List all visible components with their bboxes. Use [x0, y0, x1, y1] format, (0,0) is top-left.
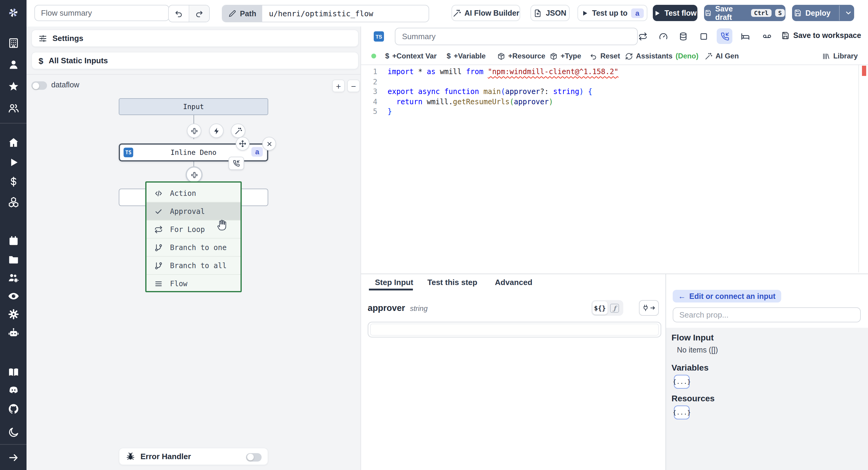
runs-play-icon[interactable] [7, 157, 19, 168]
ai-flow-builder-button[interactable]: AI Flow Builder [452, 5, 520, 21]
trigger-bolt-button[interactable] [209, 124, 224, 138]
user-icon[interactable] [7, 59, 19, 70]
code-editor[interactable]: 1import * as wmill from "npm:windmill-cl… [361, 67, 855, 117]
insert-step-button[interactable] [187, 124, 201, 138]
deploy-button[interactable]: Deploy [792, 5, 854, 21]
wand-sparkles-icon [234, 127, 242, 135]
input-mode-toggle: ${} ƒ [591, 300, 623, 316]
favorites-star-icon[interactable] [7, 81, 19, 92]
add-type-button[interactable]: +Type [550, 51, 581, 61]
folders-icon[interactable] [7, 254, 19, 265]
repeat-icon [154, 225, 163, 233]
variables-heading: Variables [672, 363, 709, 372]
tab-advanced[interactable]: Advanced [495, 274, 532, 290]
undo-button[interactable] [169, 5, 189, 22]
resources-object-chip[interactable]: {...} [674, 406, 689, 419]
flow-settings-button[interactable]: Settings [31, 30, 359, 47]
early-stop-gauge-button[interactable] [655, 28, 671, 44]
approver-value-field[interactable] [368, 322, 661, 338]
active-tab-underline [369, 289, 413, 290]
discord-icon[interactable] [7, 384, 19, 396]
sleep-bed-button[interactable] [737, 28, 753, 44]
error-handler-node[interactable]: Error Handler [119, 448, 268, 465]
code-icon [154, 189, 163, 197]
add-step-plus-button[interactable] [186, 166, 203, 183]
groups-admin-icon[interactable] [7, 272, 19, 284]
windmill-flow-editor: Flow summary Path u/henri/optimistic_flo… [0, 0, 868, 470]
code-line: 5} [361, 107, 855, 117]
library-button[interactable]: Library [823, 51, 858, 61]
menu-item-approval[interactable]: Approval [147, 202, 241, 220]
plus-icon [190, 127, 198, 135]
dark-mode-moon-icon[interactable] [7, 427, 19, 438]
flow-input-heading: Flow Input [672, 333, 714, 342]
plus-icon [190, 171, 198, 179]
save-to-workspace-button[interactable]: Save to workspace [781, 31, 861, 40]
search-prop-input[interactable]: Search prop... [673, 307, 861, 322]
json-button[interactable]: JSON [530, 5, 569, 21]
tab-step-input[interactable]: Step Input [375, 274, 413, 290]
audit-eye-icon[interactable] [7, 290, 19, 302]
expand-sidebar-arrow-icon[interactable] [7, 452, 19, 463]
sliders-icon [38, 34, 47, 42]
phone-incoming-icon [233, 160, 240, 167]
delete-node-button[interactable] [262, 137, 276, 151]
assistants-button[interactable]: Assistants(Deno) [625, 51, 698, 61]
chevron-down-icon[interactable] [844, 9, 852, 17]
zoom-out-button[interactable]: − [347, 80, 360, 92]
test-flow-button[interactable]: Test flow [653, 5, 698, 21]
cache-database-button[interactable] [675, 28, 691, 44]
connect-input-plug-button[interactable] [639, 300, 659, 316]
ai-gen-button[interactable]: AI Gen [705, 51, 739, 61]
menu-item-branch-to-one[interactable]: Branch to one [147, 238, 241, 256]
move-node-button[interactable] [236, 137, 250, 151]
workspace-building-icon[interactable] [7, 37, 19, 49]
dataflow-toggle[interactable] [31, 81, 47, 90]
schedules-calendar-icon[interactable] [7, 235, 19, 246]
mock-square-button[interactable] [695, 28, 711, 44]
concurrency-voicemail-button[interactable] [759, 28, 775, 44]
tab-test-this-step[interactable]: Test this step [427, 274, 477, 290]
ai-generate-step-button[interactable] [231, 124, 245, 138]
reset-button[interactable]: Reset [590, 51, 620, 61]
dollar-icon: $ [38, 56, 43, 65]
menu-item-flow[interactable]: Flow [147, 274, 241, 292]
template-mode-option[interactable]: ${} [592, 301, 607, 315]
assistants-language: (Deno) [675, 52, 698, 60]
windmill-logo-icon[interactable] [7, 7, 19, 19]
step-summary-input[interactable]: Summary [395, 28, 638, 45]
variables-dollar-icon[interactable] [7, 176, 19, 187]
phone-incoming-icon [720, 32, 729, 41]
redo-button[interactable] [189, 5, 209, 22]
add-variable-button[interactable]: $+Variable [447, 51, 486, 61]
edit-or-connect-button[interactable]: ← Edit or connect an input [673, 290, 781, 303]
github-icon[interactable] [7, 403, 19, 414]
resources-boxes-icon[interactable] [7, 196, 19, 208]
flow-summary-input[interactable]: Flow summary [34, 5, 169, 21]
menu-item-action[interactable]: Action [147, 184, 241, 202]
zoom-in-button[interactable]: + [332, 80, 345, 92]
add-context-var-button[interactable]: $+Context Var [385, 51, 437, 61]
file-json-icon [534, 9, 542, 17]
test-up-to-button[interactable]: Test up to a [578, 5, 647, 21]
error-handler-toggle[interactable] [246, 453, 261, 461]
settings-gear-icon[interactable] [7, 309, 19, 320]
function-mode-option[interactable]: ƒ [607, 301, 622, 315]
path-group[interactable]: Path u/henri/optimistic_flow [222, 5, 429, 22]
home-icon[interactable] [7, 137, 19, 148]
add-resource-button[interactable]: +Resource [497, 51, 545, 61]
retries-icon-button[interactable] [635, 28, 650, 44]
code-line: 1import * as wmill from "npm:windmill-cl… [361, 67, 855, 77]
flow-input-node[interactable]: Input [119, 98, 268, 115]
undo-redo-group [168, 5, 210, 22]
pencil-icon [228, 10, 236, 18]
save-draft-button[interactable]: Save draft Ctrl S [704, 5, 785, 21]
suspend-phone-button[interactable] [717, 28, 733, 44]
square-icon [699, 32, 708, 41]
users-group-icon[interactable] [7, 102, 19, 114]
menu-item-branch-to-all[interactable]: Branch to all [147, 256, 241, 274]
workers-bot-icon[interactable] [7, 327, 19, 339]
docs-book-icon[interactable] [7, 366, 19, 378]
all-static-inputs-button[interactable]: $ All Static Inputs [31, 52, 359, 69]
variables-object-chip[interactable]: {...} [674, 375, 689, 389]
